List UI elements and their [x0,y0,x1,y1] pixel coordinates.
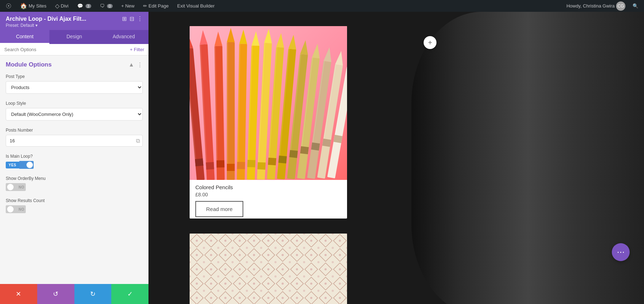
bg-dark-area [411,12,644,304]
cancel-button[interactable]: ✕ [0,284,37,304]
toggle-no-thumb [7,184,14,190]
tab-advanced[interactable]: Advanced [99,30,148,44]
is-main-loop-label: Is Main Loop? [6,154,143,159]
svg-rect-23 [247,160,255,167]
svg-rect-43 [300,146,309,155]
pin-icon[interactable]: ⊞ [122,15,127,22]
undo-icon: ↺ [53,290,58,298]
pencils-illustration [190,26,347,180]
comments-menu[interactable]: 💬 3 [75,3,93,9]
svg-rect-31 [268,158,276,165]
module-options-section: Module Options ▲ ⋮ [6,61,143,68]
layout-icon[interactable]: ⊟ [130,15,134,22]
sidebar-title: Archive Loop - Divi Ajax Filt... [6,16,86,22]
section-more-icon[interactable]: ⋮ [137,62,143,68]
toggle-no-label: NO [19,185,24,189]
svg-rect-47 [311,142,320,151]
new-content-menu[interactable]: + New [119,3,137,9]
howdy-menu[interactable]: Howdy, Christina Gwira CG [564,1,628,11]
redo-button[interactable]: ↻ [74,284,112,304]
product-card-1: Colored Pencils £8.00 Read more [190,26,347,219]
show-orderby-toggle[interactable]: NO [6,183,143,191]
floating-action-button[interactable]: ⋯ [612,243,630,261]
edit-page-btn[interactable]: ✏ Edit Page [141,3,171,9]
add-content-button[interactable]: + [424,36,436,49]
product-title: Colored Pencils [195,184,341,190]
is-main-loop-field: Is Main Loop? YES [6,154,143,169]
results-toggle-track[interactable]: NO [6,205,26,213]
save-button[interactable]: ✓ [111,284,148,304]
svg-rect-15 [227,164,235,171]
svg-rect-19 [237,162,245,169]
toggle-yes-label: YES [6,162,19,168]
posts-number-label: Posts Number [6,128,143,133]
posts-number-input[interactable] [6,135,143,147]
post-type-select[interactable]: Products Posts Pages Custom [6,81,143,94]
show-results-field: Show Results Count NO [6,198,143,213]
read-more-button[interactable]: Read more [195,201,243,217]
tabs-row: Content Design Advanced [0,30,148,44]
post-type-label: Post Type [6,74,143,79]
divi-menu[interactable]: ◇ Divi [53,3,71,9]
redo-icon: ↻ [90,290,96,298]
product-card-body: Colored Pencils £8.00 Read more [190,180,347,219]
loop-style-select[interactable]: Default (WooCommerce Only) Grid List [6,108,143,121]
collapse-icon[interactable]: ▲ [128,62,134,68]
loop-style-field: Loop Style Default (WooCommerce Only) Gr… [6,101,143,121]
posts-number-field: Posts Number ⧉ [6,128,143,147]
product-image [190,26,347,180]
toggle-no-track[interactable]: NO [6,183,26,191]
svg-rect-3 [195,158,204,166]
show-orderby-label: Show OrderBy Menu [6,176,143,181]
toggle-track[interactable] [19,161,34,169]
more-options-icon[interactable]: ⋮ [137,15,143,22]
sidebar-panel: Archive Loop - Divi Ajax Filt... ⊞ ⊟ ⋮ P… [0,12,148,304]
post-type-field: Post Type Products Posts Pages Custom [6,74,143,94]
search-btn[interactable]: 🔍 [630,3,640,9]
fab-icon: ⋯ [617,247,625,257]
module-options-title: Module Options [6,61,52,68]
search-bar: + Filter [0,44,148,55]
svg-rect-55 [333,135,342,143]
svg-rect-27 [258,162,266,170]
avatar: CG [616,1,625,11]
loop-style-label: Loop Style [6,101,143,106]
add-icon: + [428,39,432,47]
svg-rect-51 [322,138,331,147]
canvas-area: Colored Pencils £8.00 Read more [148,12,644,304]
results-toggle-thumb [7,206,14,212]
svg-rect-64 [190,234,347,304]
svg-rect-39 [289,150,298,158]
exit-builder-btn[interactable]: Exit Visual Builder [175,3,217,9]
save-icon: ✓ [127,290,133,298]
search-icon: 🔍 [633,3,638,9]
tab-content[interactable]: Content [0,30,49,44]
toggle-thumb [26,162,33,168]
sidebar-content: Module Options ▲ ⋮ Post Type Products Po… [0,55,148,284]
svg-rect-16 [227,42,228,164]
svg-rect-7 [206,162,214,170]
search-options-input[interactable] [4,47,127,52]
copy-icon: ⧉ [136,138,140,144]
undo-button[interactable]: ↺ [37,284,74,304]
my-sites-menu[interactable]: 🏠 My Sites [18,3,49,9]
svg-rect-35 [278,156,287,163]
svg-rect-11 [216,160,224,167]
product-card-2 [190,234,347,304]
show-orderby-field: Show OrderBy Menu NO [6,176,143,191]
is-main-loop-toggle[interactable]: YES [6,161,143,169]
wp-icon[interactable]: ☉ [4,2,14,10]
filter-button[interactable]: + Filter [130,47,144,52]
wp-admin-bar: ☉ 🏠 My Sites ◇ Divi 💬 3 🗨 0 + New ✏ Edit… [0,0,644,12]
product-price: £8.00 [195,192,341,197]
action-buttons: ✕ ↺ ↻ ✓ [0,284,148,304]
sidebar-header: Archive Loop - Divi Ajax Filt... ⊞ ⊟ ⋮ P… [0,12,148,30]
tab-design[interactable]: Design [49,30,99,44]
cancel-icon: ✕ [16,290,21,298]
svg-rect-13 [227,42,235,180]
show-results-toggle[interactable]: NO [6,205,143,213]
product-2-image [190,234,347,304]
preset-selector[interactable]: Preset: Default ▾ [6,23,143,28]
comment-pending[interactable]: 🗨 0 [98,3,115,9]
results-no-label: NO [19,207,24,211]
